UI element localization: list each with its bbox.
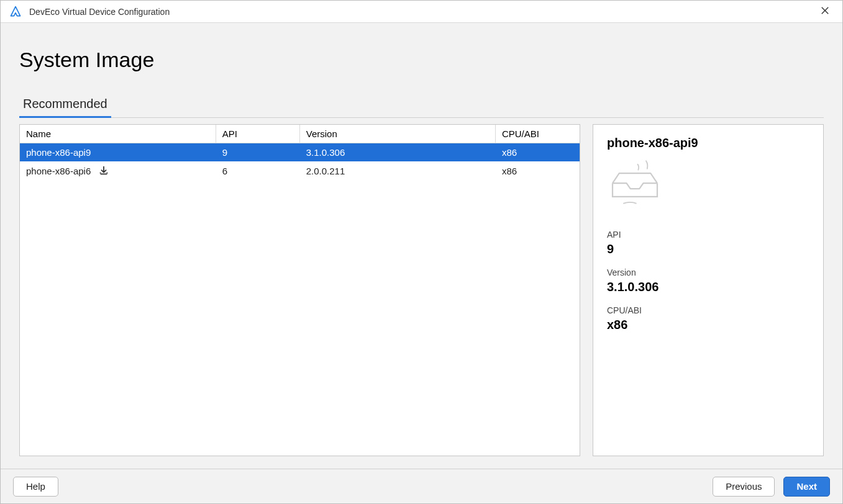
row-name: phone-x86-api6 — [26, 166, 91, 176]
content-area: System Image Recommended Name API Versio… — [1, 23, 842, 469]
col-header-abi[interactable]: CPU/ABI — [495, 125, 579, 143]
window-root: DevEco Virtual Device Configuration Syst… — [0, 0, 843, 504]
row-name: phone-x86-api9 — [26, 147, 91, 158]
row-api: 9 — [216, 143, 299, 162]
detail-abi-label: CPU/ABI — [607, 305, 809, 315]
table-row[interactable]: phone-x86-api6 — [20, 161, 580, 180]
window-title: DevEco Virtual Device Configuration — [29, 7, 814, 17]
table-row[interactable]: phone-x86-api9 9 3.1.0.306 x86 — [20, 143, 580, 162]
row-api: 6 — [216, 161, 299, 180]
help-button[interactable]: Help — [13, 477, 58, 497]
main-row: Name API Version CPU/ABI phone-x86-api9 — [19, 124, 824, 456]
col-header-version[interactable]: Version — [299, 125, 495, 143]
row-abi: x86 — [495, 161, 579, 180]
footer: Help Previous Next — [1, 469, 842, 503]
detail-title: phone-x86-api9 — [607, 136, 809, 150]
close-icon[interactable] — [814, 6, 836, 17]
detail-pane: phone-x86-api9 API 9 Version 3.1.0.306 C… — [593, 124, 824, 456]
previous-button[interactable]: Previous — [713, 477, 775, 497]
download-icon[interactable] — [98, 165, 109, 176]
detail-version-label: Version — [607, 268, 809, 277]
col-header-name[interactable]: Name — [20, 125, 216, 143]
titlebar: DevEco Virtual Device Configuration — [1, 1, 842, 23]
system-image-table: Name API Version CPU/ABI phone-x86-api9 — [20, 125, 580, 180]
next-button[interactable]: Next — [783, 477, 830, 497]
tab-recommended[interactable]: Recommended — [19, 93, 111, 118]
empty-box-icon — [607, 156, 663, 212]
detail-version-value: 3.1.0.306 — [607, 280, 809, 294]
spacer — [19, 456, 824, 469]
system-image-table-pane: Name API Version CPU/ABI phone-x86-api9 — [19, 124, 580, 456]
tabs: Recommended — [19, 93, 824, 118]
col-header-api[interactable]: API — [216, 125, 299, 143]
detail-abi-value: x86 — [607, 318, 809, 332]
detail-api-value: 9 — [607, 242, 809, 256]
row-version: 2.0.0.211 — [299, 161, 495, 180]
detail-api-label: API — [607, 230, 809, 240]
row-version: 3.1.0.306 — [299, 143, 495, 162]
row-abi: x86 — [495, 143, 579, 162]
app-logo-icon — [9, 6, 22, 18]
page-title: System Image — [19, 48, 824, 72]
